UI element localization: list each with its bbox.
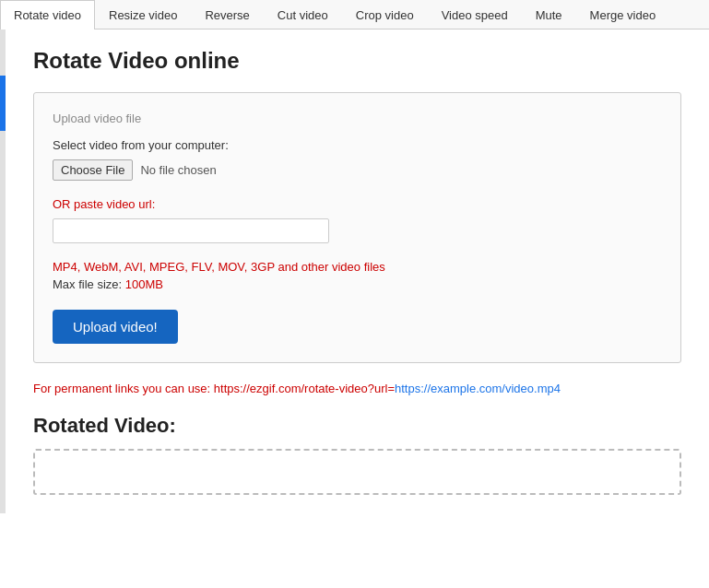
rotated-video-box xyxy=(33,449,681,495)
tab-merge-video[interactable]: Merge video xyxy=(576,0,670,29)
upload-box: Upload video file Select video from your… xyxy=(33,92,681,363)
perm-link-url[interactable]: https://example.com/video.mp4 xyxy=(395,382,561,395)
url-input[interactable] xyxy=(53,218,329,243)
no-file-label: No file chosen xyxy=(140,163,216,177)
tab-resize-video[interactable]: Resize video xyxy=(95,0,191,29)
rotated-video-title: Rotated Video: xyxy=(33,414,681,438)
tab-crop-video[interactable]: Crop video xyxy=(342,0,428,29)
scrollbar-thumb[interactable] xyxy=(0,76,6,131)
upload-button[interactable]: Upload video! xyxy=(53,310,178,344)
select-label: Select video from your computer: xyxy=(53,138,662,152)
maxsize-value: 100MB xyxy=(125,277,163,291)
choose-file-button[interactable]: Choose File xyxy=(53,159,133,181)
tab-reverse[interactable]: Reverse xyxy=(191,0,263,29)
tab-mute[interactable]: Mute xyxy=(522,0,576,29)
or-label: OR paste video url: xyxy=(53,197,662,211)
formats-text: MP4, WebM, AVI, MPEG, FLV, MOV, 3GP and … xyxy=(53,260,662,274)
main-content: Rotate Video online Upload video file Se… xyxy=(6,29,709,513)
perm-link-row: For permanent links you can use: https:/… xyxy=(33,382,681,395)
scrollbar[interactable] xyxy=(0,29,6,513)
tab-navigation: Rotate videoResize videoReverseCut video… xyxy=(0,0,709,29)
maxsize-text: Max file size: 100MB xyxy=(53,277,662,291)
tab-video-speed[interactable]: Video speed xyxy=(428,0,522,29)
tab-rotate-video[interactable]: Rotate video xyxy=(0,0,95,29)
tab-cut-video[interactable]: Cut video xyxy=(264,0,342,29)
upload-legend: Upload video file xyxy=(53,112,662,125)
page-title: Rotate Video online xyxy=(33,48,681,74)
perm-link-static: For permanent links you can use: https:/… xyxy=(33,382,395,395)
maxsize-label: Max file size: xyxy=(53,277,125,291)
file-input-row: Choose File No file chosen xyxy=(53,159,662,181)
